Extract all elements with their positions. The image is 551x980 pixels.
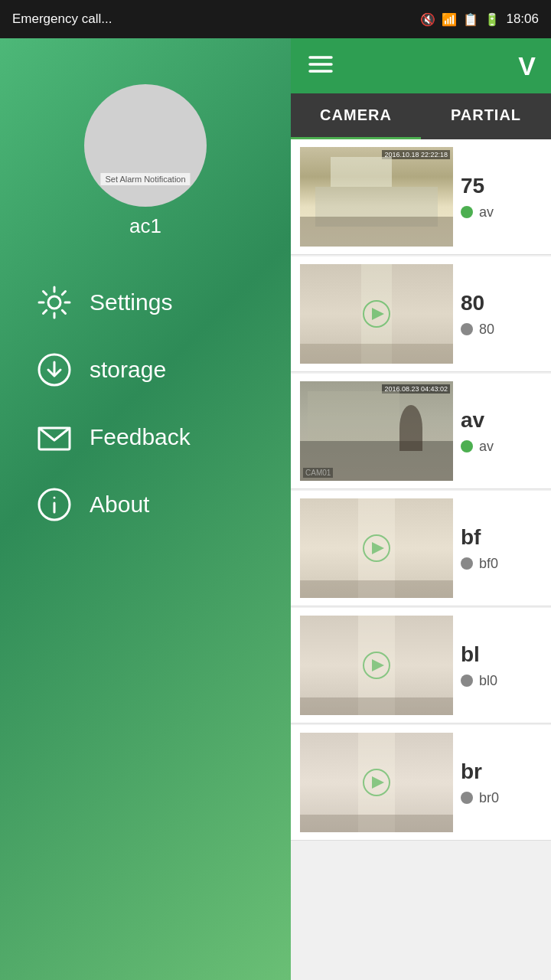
sidebar-item-storage[interactable]: storage [34,336,256,403]
wifi-icon: 📶 [442,12,457,27]
cam-status: bf0 [461,556,534,572]
sidebar-item-about[interactable]: About [34,471,256,538]
list-item[interactable]: bf bf0 [291,491,551,606]
cam-name: br [461,760,534,784]
main-content: V CAMERA PARTIAL 2016.10.18 22:22:18 75 … [291,38,551,980]
camera-info: 75 av [453,174,542,220]
info-icon [34,485,74,524]
camera-list: 2016.10.18 22:22:18 75 av [291,139,551,980]
status-dot-gray [461,557,473,570]
battery-icon: 🔋 [484,12,500,27]
camera-thumbnail [300,264,453,364]
cam-status-text: br0 [479,790,499,806]
sidebar-item-settings[interactable]: Settings [34,269,256,336]
cam-status-text: bf0 [479,556,498,572]
download-icon [34,350,74,390]
main-header: V [291,38,551,93]
sidebar-item-storage-label: storage [90,357,166,383]
camera-thumbnail: 2016.08.23 04:43:02 CAM01 [300,381,453,481]
list-item[interactable]: br br0 [291,725,551,841]
clock: 18:06 [506,11,539,27]
camera-info: bf bf0 [453,525,542,572]
camera-thumbnail [300,733,453,832]
list-item[interactable]: 2016.08.23 04:43:02 CAM01 av av [291,374,551,489]
list-item[interactable]: 80 80 [291,256,551,372]
camera-thumbnail [300,498,453,598]
sidebar-item-settings-label: Settings [90,289,172,315]
cam-name: bl [461,642,534,667]
cam-name: 75 [461,174,534,198]
cam-status-text: bl0 [479,673,497,689]
tab-partial[interactable]: PARTIAL [421,93,551,139]
status-bar: Emergency call... 🔇 📶 📋 🔋 18:06 [0,0,551,38]
sidebar: Set Alarm Notification ac1 Settings stor… [0,38,291,980]
cam-status-text: av [479,439,494,455]
cam-name: av [461,408,534,433]
cam-status-text: av [479,204,494,220]
sidebar-item-feedback-label: Feedback [90,424,191,450]
cam-status: br0 [461,790,534,806]
status-right: 🔇 📶 📋 🔋 18:06 [420,11,539,27]
camera-thumbnail [300,616,453,715]
avatar-label: Set Alarm Notification [100,173,190,185]
hamburger-button[interactable] [306,50,335,82]
camera-info: br br0 [453,760,542,806]
cam-status-text: 80 [479,322,494,338]
tab-camera[interactable]: CAMERA [291,93,421,139]
mute-icon: 🔇 [420,12,435,27]
cam-status: 80 [461,322,534,338]
status-left-text: Emergency call... [12,11,112,27]
camera-info: bl bl0 [453,642,542,689]
gear-icon [34,283,74,322]
cam-name: bf [461,525,534,550]
status-dot-green [461,440,473,452]
status-dot-gray [461,675,473,687]
svg-point-0 [48,296,60,309]
tabs: CAMERA PARTIAL [291,93,551,139]
header-title: V [518,51,536,81]
svg-point-6 [54,497,56,499]
camera-info: 80 80 [453,291,542,338]
camera-thumbnail: 2016.10.18 22:22:18 [300,147,453,247]
sidebar-item-feedback[interactable]: Feedback [34,403,256,471]
list-item[interactable]: bl bl0 [291,608,551,724]
list-item[interactable]: 2016.10.18 22:22:18 75 av [291,139,551,255]
sim-icon: 📋 [463,12,478,27]
status-dot-gray [461,323,473,335]
sidebar-item-about-label: About [90,492,149,518]
avatar: Set Alarm Notification [84,84,207,207]
mail-icon [34,417,74,457]
status-dot-green [461,206,473,218]
cam-name: 80 [461,291,534,315]
username: ac1 [129,214,161,238]
cam-status: bl0 [461,673,534,689]
cam-status: av [461,204,534,220]
status-dot-gray [461,792,473,804]
camera-info: av av [453,408,542,455]
cam-status: av [461,439,534,455]
cam-timestamp: 2016.10.18 22:22:18 [382,150,450,159]
